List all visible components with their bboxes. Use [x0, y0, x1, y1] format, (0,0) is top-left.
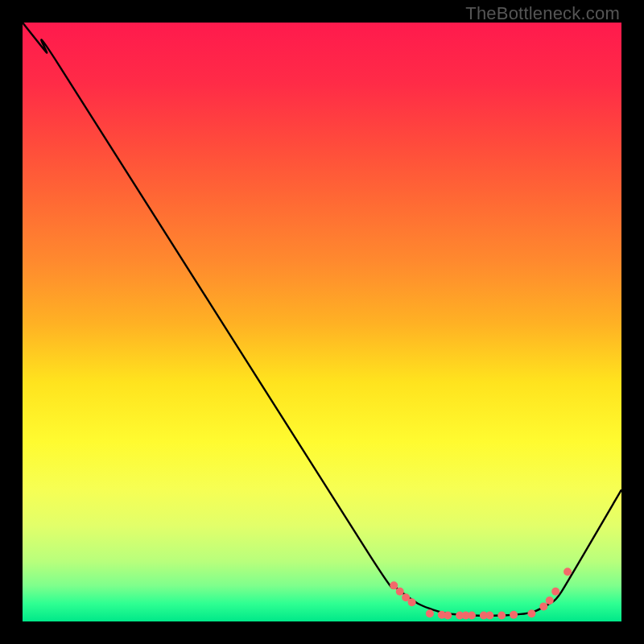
marker-dot	[426, 609, 434, 617]
marker-dot	[390, 581, 398, 589]
marker-dot	[527, 609, 535, 617]
marker-dot	[564, 568, 572, 576]
marker-dot	[546, 597, 554, 605]
marker-dot	[497, 612, 506, 620]
marker-dot	[510, 611, 518, 619]
marker-dot	[396, 588, 404, 596]
chart-frame: TheBottleneck.com	[0, 0, 644, 644]
chart-canvas	[23, 23, 621, 621]
marker-dot	[468, 612, 476, 620]
marker-dot	[485, 612, 493, 620]
marker-dot	[539, 602, 547, 610]
marker-dot	[551, 588, 559, 596]
plot-area	[23, 23, 621, 621]
marker-dot	[408, 598, 416, 606]
marker-dot	[444, 612, 452, 620]
watermark-text: TheBottleneck.com	[465, 3, 620, 24]
gradient-background	[23, 23, 621, 621]
